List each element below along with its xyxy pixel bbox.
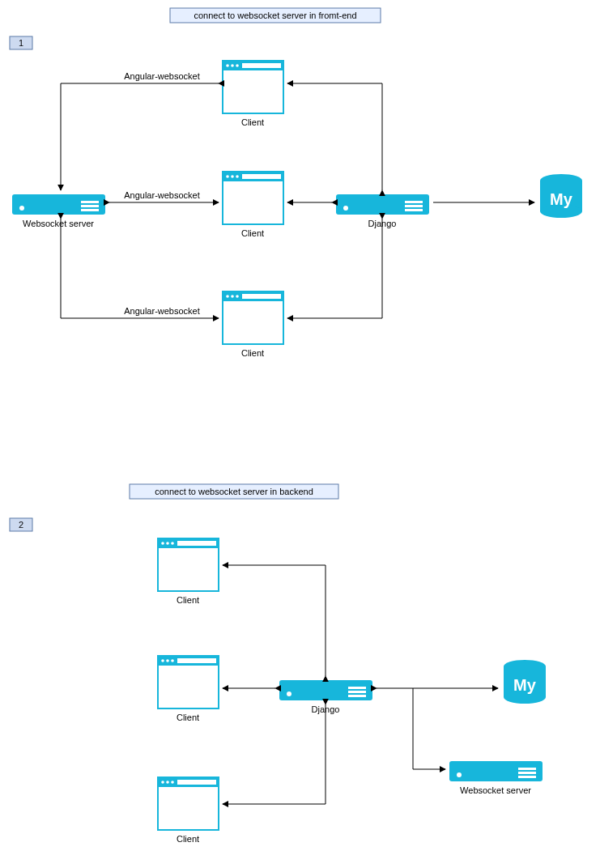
section1-title: connect to websocket server in fromt-end — [194, 11, 356, 20]
svg-text:Websocket server: Websocket server — [460, 785, 531, 795]
node-websocket-server-2: Websocket server — [449, 761, 543, 795]
node-client-1b: Client — [223, 172, 283, 238]
section-2: connect to websocket server in backend 2… — [10, 484, 546, 844]
section2-number: 2 — [19, 520, 23, 530]
edge-label-ws-bot: Angular-websocket — [124, 306, 200, 316]
svg-text:Websocket server: Websocket server — [23, 219, 94, 228]
section2-title: connect to websocket server in backend — [155, 487, 313, 496]
svg-text:Client: Client — [241, 348, 264, 358]
section1-number: 1 — [19, 38, 23, 48]
svg-text:Client: Client — [177, 834, 199, 844]
edge-dj-client-bot — [287, 219, 382, 318]
node-client-2b: Client — [158, 656, 219, 722]
node-websocket-server-1: Websocket server — [12, 194, 105, 228]
node-mysql-2 — [504, 660, 546, 704]
edge-dj-client-top — [287, 83, 382, 190]
edge-dj2-client-bot — [223, 704, 326, 804]
edge-junction-ws — [413, 688, 445, 769]
diagram-canvas: My connect to websocket server in fromt-… — [0, 0, 600, 868]
node-client-2c: Client — [158, 777, 219, 844]
edge-ws-client-bot — [61, 219, 219, 318]
edge-label-ws-top: Angular-websocket — [124, 71, 200, 81]
edge-dj2-client-top — [223, 565, 326, 676]
edge-label-ws-mid: Angular-websocket — [124, 190, 200, 200]
node-client-2a: Client — [158, 538, 219, 605]
svg-text:Client: Client — [177, 713, 199, 722]
node-mysql-1 — [540, 174, 582, 218]
edge-ws-client-top — [61, 83, 219, 190]
svg-text:Client: Client — [241, 228, 264, 238]
node-client-1a: Client — [223, 61, 283, 127]
svg-text:Client: Client — [177, 595, 199, 605]
section-1: connect to websocket server in fromt-end… — [10, 8, 582, 358]
svg-text:Client: Client — [241, 117, 264, 127]
node-client-1c: Client — [223, 291, 283, 358]
